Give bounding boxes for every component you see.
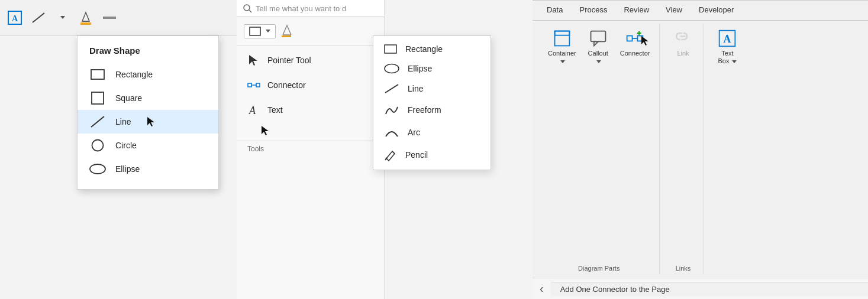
tool-pointer[interactable]: Pointer Tool — [237, 48, 384, 73]
draw-shape-rectangle[interactable]: Rectangle — [78, 63, 218, 86]
svg-line-8 — [91, 116, 104, 127]
search-icon — [243, 4, 252, 13]
cursor-over-icon — [640, 35, 651, 47]
tab-developer[interactable]: Developer — [690, 1, 742, 20]
line-button[interactable] — [28, 8, 49, 28]
ribbon-textbox-button[interactable]: A TextBox — [712, 27, 742, 67]
dropdown-freeform-icon — [384, 103, 399, 116]
draw-shape-line[interactable]: Line — [78, 110, 218, 134]
draw-shape-rectangle-label: Rectangle — [115, 70, 153, 79]
svg-marker-17 — [249, 55, 257, 66]
dropdown-line[interactable]: Line — [373, 79, 491, 99]
link-icon — [673, 29, 692, 48]
svg-rect-23 — [385, 45, 396, 53]
nav-back-button[interactable]: ‹ — [533, 278, 551, 299]
text-box-button[interactable]: A — [5, 8, 25, 28]
ribbon-group-items-links: Link — [668, 24, 698, 265]
dropdown-freeform[interactable]: Freeform — [373, 99, 491, 121]
top-toolbar: A — [0, 0, 237, 35]
dropdown-rectangle-icon — [384, 44, 397, 54]
callout-icon — [589, 29, 608, 48]
cursor-indicator-icon — [260, 125, 271, 136]
svg-point-10 — [92, 140, 104, 151]
textbox-icon: A — [718, 29, 737, 48]
ribbon-group-diagram-parts: Container Callout — [538, 24, 660, 274]
dropdown-pencil[interactable]: Pencil — [373, 144, 491, 166]
ribbon-tabs: Data Process Review View Developer — [533, 1, 868, 21]
dropdown-freeform-label: Freeform — [408, 105, 441, 115]
svg-marker-32 — [594, 41, 598, 46]
tab-view[interactable]: View — [657, 1, 690, 20]
svg-line-25 — [385, 84, 398, 93]
dropdown-ellipse[interactable]: Ellipse — [373, 58, 491, 79]
svg-line-13 — [249, 10, 251, 12]
draw-shape-circle[interactable]: Circle — [78, 134, 218, 157]
svg-line-26 — [392, 151, 395, 154]
svg-rect-16 — [282, 35, 291, 37]
svg-text:A: A — [249, 105, 256, 116]
more-button[interactable] — [99, 8, 120, 28]
dropdown-pencil-icon — [384, 148, 397, 161]
svg-rect-18 — [248, 83, 251, 87]
links-label: Links — [676, 265, 691, 274]
svg-rect-14 — [250, 27, 260, 35]
ribbon-link-button[interactable]: Link — [668, 27, 698, 60]
dropdown-ellipse-label: Ellipse — [408, 64, 432, 73]
svg-marker-22 — [262, 126, 269, 135]
tool-text[interactable]: A Text — [237, 98, 384, 122]
dropdown-arc-label: Arc — [408, 128, 420, 137]
tab-review[interactable]: Review — [615, 1, 657, 20]
svg-rect-31 — [591, 31, 605, 42]
svg-rect-6 — [91, 70, 104, 79]
callout-label: Callout — [588, 50, 608, 65]
square-shape-icon — [89, 90, 106, 106]
tool-connector-label: Connector — [267, 80, 306, 90]
fill-button[interactable] — [76, 8, 96, 28]
tooltip-bar: Add One Connector to the Page — [551, 282, 868, 296]
rect-icon — [249, 27, 261, 36]
back-arrow-icon: ‹ — [540, 282, 544, 295]
ribbon-group-items-textbox: A TextBox — [712, 24, 742, 272]
dropdown-arc[interactable]: Arc — [373, 121, 491, 144]
ribbon-container-button[interactable]: Container — [544, 27, 580, 67]
right-ribbon: Data Process Review View Developer Conta… — [533, 0, 868, 299]
ribbon-group-links: Link Links — [662, 24, 704, 274]
tab-process[interactable]: Process — [571, 1, 615, 20]
shape-selector-button[interactable] — [244, 24, 276, 38]
ribbon-connector-button[interactable]: Connector — [617, 27, 654, 60]
svg-point-11 — [90, 164, 105, 174]
svg-point-12 — [244, 5, 250, 11]
link-label: Link — [677, 50, 689, 57]
svg-rect-7 — [92, 92, 104, 104]
container-icon — [553, 29, 572, 48]
dropdown-arc-icon — [384, 126, 399, 139]
svg-line-2 — [33, 13, 44, 22]
svg-rect-4 — [80, 22, 91, 25]
draw-shape-square[interactable]: Square — [78, 86, 218, 110]
dropdown-pencil-label: Pencil — [405, 150, 428, 160]
dropdown-line-label: Line — [408, 84, 423, 93]
draw-shape-circle-label: Circle — [115, 141, 137, 150]
draw-shape-ellipse-label: Ellipse — [115, 164, 140, 174]
tools-list: Pointer Tool Connector A Text Tools — [237, 46, 384, 159]
textbox-arrow-icon — [732, 60, 737, 63]
svg-rect-30 — [554, 31, 569, 35]
draw-shape-ellipse[interactable]: Ellipse — [78, 157, 218, 181]
paint-icon-button[interactable] — [279, 22, 296, 40]
connector-icon — [247, 79, 260, 92]
tools-section-label: Tools — [237, 141, 384, 157]
svg-rect-5 — [103, 17, 116, 19]
tab-data[interactable]: Data — [538, 1, 571, 20]
line-shape-icon — [89, 113, 106, 130]
text-tool-icon: A — [247, 103, 260, 116]
line-dropdown[interactable] — [52, 8, 72, 28]
dropdown-line-icon — [384, 83, 399, 94]
ribbon-callout-button[interactable]: Callout — [583, 27, 613, 67]
draw-shape-line-label: Line — [115, 117, 131, 126]
callout-arrow-icon — [596, 60, 601, 63]
tool-connector[interactable]: Connector — [237, 73, 384, 98]
ribbon-group-items-diagram: Container Callout — [544, 24, 653, 265]
svg-marker-38 — [641, 36, 648, 46]
ribbon-content: Container Callout — [533, 21, 868, 278]
dropdown-rectangle[interactable]: Rectangle — [373, 40, 491, 58]
